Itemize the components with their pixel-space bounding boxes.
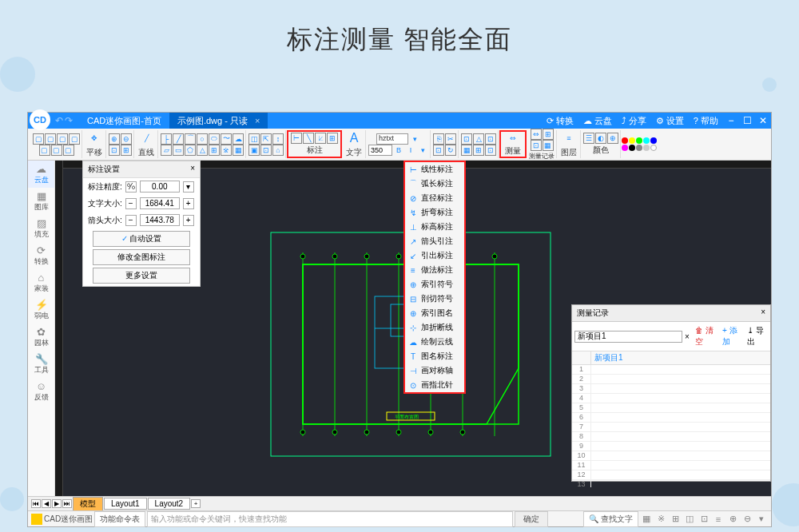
cmd-input[interactable]: 输入功能或命令关键词，快速查找功能 — [147, 511, 513, 527]
dropdown-item-0[interactable]: ⊢线性标注 — [405, 162, 464, 177]
s2-icon[interactable]: ※ — [654, 514, 667, 524]
print-icon[interactable]: ▢ — [39, 145, 50, 156]
m5-icon[interactable]: ⊡ — [260, 145, 272, 156]
d9-icon[interactable]: ▭ — [173, 145, 184, 156]
d4-icon[interactable]: ○ — [197, 133, 208, 145]
line-icon[interactable]: ╱ — [137, 130, 156, 146]
zoomwin-icon[interactable]: ⊞ — [121, 145, 132, 156]
cloud-link[interactable]: ☁ 云盘 — [578, 115, 617, 127]
measure-icon[interactable]: ⇔ — [503, 132, 523, 145]
tab-prev-icon[interactable]: ◀ — [42, 499, 51, 508]
dropdown-item-11[interactable]: ⊹加折断线 — [405, 320, 464, 335]
dropdown-item-6[interactable]: ↙引出标注 — [405, 248, 464, 263]
tab-add-icon[interactable]: + — [191, 499, 201, 508]
ok-button[interactable]: 确定 — [515, 511, 548, 527]
meas-row[interactable]: 3 — [572, 384, 770, 394]
dropdown-item-3[interactable]: ↯折弯标注 — [405, 205, 464, 220]
text-icon[interactable]: A — [344, 130, 364, 146]
meas-row[interactable]: 13 — [572, 480, 770, 487]
open-icon[interactable]: ▢ — [45, 133, 56, 145]
sidebar-item-garden[interactable]: ✿园林 — [28, 324, 54, 351]
dropdown-item-9[interactable]: ⊟剖切符号 — [405, 292, 464, 306]
meas-row[interactable]: 9 — [572, 442, 770, 451]
s6-icon[interactable]: ≡ — [712, 514, 725, 524]
sidebar-item-feedback[interactable]: ☺反馈 — [28, 378, 54, 405]
convert-link[interactable]: ⟳ 转换 — [542, 115, 578, 127]
a4-icon[interactable]: ⊞ — [327, 133, 338, 144]
textsize-input[interactable] — [140, 197, 180, 209]
export-icon[interactable]: ▢ — [63, 145, 74, 156]
export-button[interactable]: ⤓ 导出 — [744, 324, 768, 348]
as-plus[interactable]: + — [183, 215, 194, 226]
d8-icon[interactable]: ▱ — [161, 145, 172, 156]
meas-row[interactable]: 1 — [572, 365, 770, 375]
dropdown-item-1[interactable]: ⌒弧长标注 — [405, 177, 464, 191]
d11-icon[interactable]: △ — [197, 145, 208, 156]
d3-icon[interactable]: ⌒ — [185, 133, 196, 145]
minimize-icon[interactable]: − — [723, 115, 739, 126]
m2-icon[interactable]: ⇱ — [260, 133, 272, 145]
ts-minus[interactable]: − — [125, 198, 137, 209]
meas-row[interactable]: 7 — [572, 423, 770, 432]
meas-row[interactable]: 4 — [572, 394, 770, 403]
g1-icon[interactable]: ⇔ — [531, 129, 542, 140]
sidebar-item-home[interactable]: ⌂家装 — [28, 269, 54, 296]
add-button[interactable]: + 添加 — [719, 324, 741, 348]
d6-icon[interactable]: 〜 — [221, 133, 232, 145]
m4-icon[interactable]: ▣ — [248, 145, 260, 156]
dropdown-item-7[interactable]: ≡做法标注 — [405, 263, 464, 277]
d13-icon[interactable]: ※ — [221, 145, 232, 156]
sidebar-item-elec[interactable]: ⚡弱电 — [28, 296, 54, 324]
f6-icon[interactable]: ⊡ — [485, 145, 496, 156]
s7-icon[interactable]: ⊕ — [726, 514, 739, 524]
f4-icon[interactable]: ▦ — [461, 145, 472, 156]
a3-icon[interactable]: ⟀ — [315, 133, 326, 144]
dropdown-item-4[interactable]: ⊥标高标注 — [405, 220, 464, 234]
d10-icon[interactable]: ⬠ — [185, 145, 196, 156]
tab-last-icon[interactable]: ⏭ — [62, 499, 72, 508]
clear-button[interactable]: 🗑 清空 — [692, 324, 717, 348]
a2-icon[interactable]: ╲ — [303, 133, 314, 144]
tab-first-icon[interactable]: ⏮ — [31, 499, 41, 508]
d7-icon[interactable]: ☁ — [233, 133, 244, 145]
d2-icon[interactable]: ╱ — [173, 133, 184, 145]
s9-icon[interactable]: ▾ — [755, 514, 768, 524]
tab-layout2[interactable]: Layout2 — [148, 498, 191, 510]
fontsize-input[interactable] — [368, 145, 392, 156]
save-icon[interactable]: ▢ — [57, 133, 68, 145]
m6-icon[interactable]: ⌂ — [272, 145, 284, 156]
settings-link[interactable]: ⚙ 设置 — [651, 115, 689, 127]
dropdown-item-8[interactable]: ⊕索引符号 — [405, 277, 464, 292]
annot-group[interactable]: ⊢╲⟀⊞ 标注 — [287, 130, 342, 158]
color-swatches[interactable] — [622, 137, 662, 151]
sidebar-item-fill[interactable]: ▨填充 — [28, 215, 54, 242]
find-text-button[interactable]: 🔍 查找文字 — [583, 511, 638, 527]
dropdown-item-12[interactable]: ☁绘制云线 — [405, 335, 464, 349]
tab-home[interactable]: CAD迷你画图-首页 — [79, 113, 169, 129]
font-select[interactable]: hztxt — [376, 133, 408, 145]
s8-icon[interactable]: ⊖ — [741, 514, 753, 524]
proj-clear-icon[interactable]: × — [685, 332, 690, 341]
meas-row[interactable]: 6 — [572, 413, 770, 423]
redo-icon[interactable]: ↷ — [65, 115, 73, 126]
maximize-icon[interactable]: ☐ — [739, 115, 755, 126]
meas-row[interactable]: 8 — [572, 432, 770, 442]
meas-row[interactable]: 5 — [572, 403, 770, 413]
h1-icon[interactable]: ☰ — [583, 133, 594, 144]
s3-icon[interactable]: ⊞ — [669, 514, 682, 524]
sidebar-item-cloud[interactable]: ☁云盘 — [28, 161, 54, 188]
f5-icon[interactable]: ⊞ — [473, 145, 484, 156]
d5-icon[interactable]: ⬭ — [209, 133, 220, 145]
annot-panel-close-icon[interactable]: × — [190, 164, 195, 175]
e4-icon[interactable]: ↻ — [445, 145, 456, 156]
sidebar-item-gallery[interactable]: ▦图库 — [28, 188, 54, 215]
help-link[interactable]: ? 帮助 — [689, 115, 723, 127]
g2-icon[interactable]: ⊞ — [543, 129, 554, 140]
modify-all-button[interactable]: 修改全图标注 — [93, 249, 190, 265]
prec-icon[interactable]: ⁰⁄₀ — [125, 181, 137, 193]
g4-icon[interactable]: ▦ — [543, 140, 554, 151]
d14-icon[interactable]: ▦ — [233, 145, 244, 156]
layer-icon[interactable]: ≡ — [559, 130, 578, 146]
project-input[interactable] — [574, 331, 682, 343]
canvas[interactable]: 标注设置× 标注精度:⁰⁄₀▾ 文字大小:−+ 箭头大小:−+ 自动设置 修改全… — [55, 161, 771, 496]
